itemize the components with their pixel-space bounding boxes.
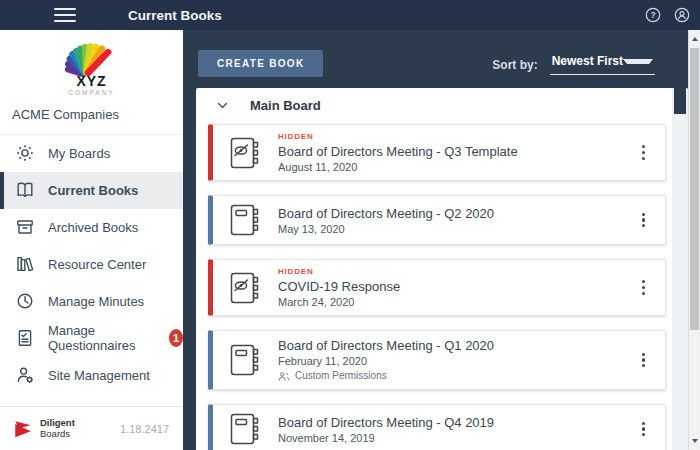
book-card[interactable]: Board of Directors Meeting - Q4 2019 Nov… xyxy=(208,404,666,450)
book-date: August 11, 2020 xyxy=(278,160,518,174)
sidebar-item-manage-questionnaires[interactable]: Manage Questionnaires 1 xyxy=(0,320,183,357)
sidebar-item-label: Manage Questionnaires xyxy=(48,323,154,353)
chevron-down-icon xyxy=(216,99,229,112)
brand-text: Diligent Boards xyxy=(40,418,75,440)
logo-fan-icon xyxy=(46,37,138,77)
clock-icon xyxy=(15,291,35,311)
sidebar-item-manage-minutes[interactable]: Manage Minutes xyxy=(0,283,183,320)
sort-dropdown[interactable]: Newest First xyxy=(550,54,655,75)
book-icon xyxy=(228,342,261,378)
top-bar: Current Books ? xyxy=(0,0,700,30)
kebab-menu-button[interactable] xyxy=(632,209,655,232)
sort-by-label: Sort by: xyxy=(492,58,537,72)
book-icon xyxy=(228,202,261,238)
sidebar-item-archived-books[interactable]: Archived Books xyxy=(0,209,183,246)
diligent-logo-icon xyxy=(12,419,34,439)
scrollbar-thumb[interactable] xyxy=(690,48,699,330)
bookshelf-icon xyxy=(15,254,35,274)
book-title: Board of Directors Meeting - Q2 2020 xyxy=(278,205,494,222)
sidebar-item-label: Current Books xyxy=(48,183,138,198)
scroll-down-button[interactable] xyxy=(689,434,700,448)
app-window: Current Books ? xyxy=(0,0,700,450)
open-book-icon xyxy=(15,180,35,200)
panel-scrollbar[interactable] xyxy=(672,88,688,450)
logo-name: XYZ xyxy=(0,74,183,88)
hamburger-menu-icon[interactable] xyxy=(54,8,76,22)
book-icon xyxy=(228,411,261,447)
kebab-menu-button[interactable] xyxy=(632,141,655,164)
sidebar: XYZ COMPANY ACME Companies My Boards xyxy=(0,30,183,450)
sidebar-item-label: Resource Center xyxy=(48,257,146,272)
book-title: Board of Directors Meeting - Q1 2020 xyxy=(278,337,494,354)
company-logo: XYZ COMPANY xyxy=(0,30,183,97)
scroll-up-button[interactable] xyxy=(689,32,700,46)
book-card[interactable]: Board of Directors Meeting - Q2 2020 May… xyxy=(208,195,666,245)
sidebar-item-label: Site Management xyxy=(48,368,150,383)
kebab-menu-button[interactable] xyxy=(632,276,655,299)
book-title: Board of Directors Meeting - Q3 Template xyxy=(278,143,518,160)
book-card[interactable]: Board of Directors Meeting - Q1 2020 Feb… xyxy=(208,330,666,390)
sidebar-item-label: Manage Minutes xyxy=(48,294,144,309)
page-title: Current Books xyxy=(128,8,222,23)
sidebar-item-label: My Boards xyxy=(48,146,110,161)
section-title: Main Board xyxy=(250,98,321,113)
sidebar-item-resource-center[interactable]: Resource Center xyxy=(0,246,183,283)
create-book-button[interactable]: CREATE BOOK xyxy=(198,50,323,77)
custom-permissions-note: Custom Permissions xyxy=(278,369,494,383)
book-date: February 11, 2020 xyxy=(278,354,494,368)
chevron-down-icon xyxy=(623,59,653,64)
sidebar-item-current-books[interactable]: Current Books xyxy=(0,172,183,209)
window-scrollbar[interactable] xyxy=(688,30,700,450)
hidden-badge: HIDDEN xyxy=(278,131,518,143)
archive-box-icon xyxy=(15,217,35,237)
help-icon[interactable]: ? xyxy=(645,7,661,23)
brand-line-1: Diligent xyxy=(40,418,75,429)
sidebar-item-my-boards[interactable]: My Boards xyxy=(0,135,183,172)
book-card[interactable]: HIDDEN Board of Directors Meeting - Q3 T… xyxy=(208,124,666,181)
sidebar-item-label: Archived Books xyxy=(48,220,138,235)
brand-line-2: Boards xyxy=(40,429,75,440)
user-gear-icon xyxy=(15,365,35,385)
kebab-menu-button[interactable] xyxy=(632,349,655,372)
sort-value: Newest First xyxy=(552,54,623,68)
books-panel: Main Board HIDDEN xyxy=(196,88,688,450)
profile-icon[interactable] xyxy=(674,7,690,23)
company-name: ACME Companies xyxy=(0,97,183,134)
sidebar-nav: My Boards Current Books Archived Books xyxy=(0,134,183,394)
panel-scrollbar-thumb[interactable] xyxy=(674,88,686,114)
book-date: May 13, 2020 xyxy=(278,222,494,236)
section-header-main-board[interactable]: Main Board xyxy=(196,88,672,120)
book-card[interactable]: HIDDEN COVID-19 Response March 24, 2020 xyxy=(208,259,666,316)
book-list: HIDDEN Board of Directors Meeting - Q3 T… xyxy=(196,120,672,450)
hidden-badge: HIDDEN xyxy=(278,266,400,278)
note-label: Custom Permissions xyxy=(295,369,387,383)
book-date: March 24, 2020 xyxy=(278,295,400,309)
sidebar-item-site-management[interactable]: Site Management xyxy=(0,357,183,394)
book-title: COVID-19 Response xyxy=(278,278,400,295)
hidden-book-icon xyxy=(228,135,261,171)
book-title: Board of Directors Meeting - Q4 2019 xyxy=(278,414,494,431)
version-number: 1.18.2417 xyxy=(120,423,169,435)
boards-icon xyxy=(15,143,35,163)
sort-control: Sort by: Newest First xyxy=(492,54,655,75)
notification-badge: 1 xyxy=(169,329,183,347)
group-icon xyxy=(278,371,290,382)
sidebar-footer: Diligent Boards 1.18.2417 xyxy=(0,406,183,450)
questionnaire-icon xyxy=(15,328,35,348)
svg-text:?: ? xyxy=(650,10,655,20)
hidden-book-icon xyxy=(228,270,261,306)
kebab-menu-button[interactable] xyxy=(632,418,655,441)
book-date: November 14, 2019 xyxy=(278,431,494,445)
